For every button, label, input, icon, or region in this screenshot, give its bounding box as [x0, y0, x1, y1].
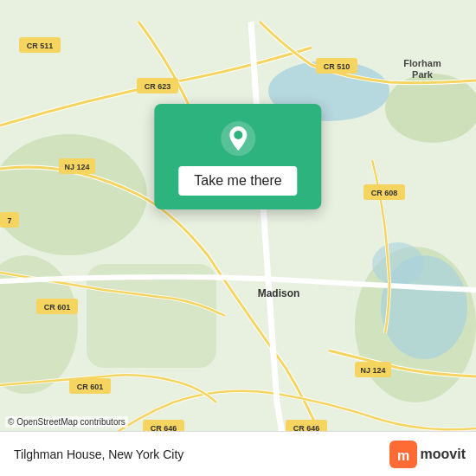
- moovit-logo-icon: m: [389, 441, 417, 468]
- svg-text:Madison: Madison: [258, 287, 300, 299]
- svg-text:m: m: [396, 448, 408, 463]
- map-copyright: © OpenStreetMap contributors: [5, 416, 128, 428]
- bottom-bar: Tilghman House, New York City m moovit: [0, 431, 476, 476]
- svg-text:CR 511: CR 511: [27, 42, 54, 50]
- svg-text:CR 601: CR 601: [44, 303, 71, 312]
- svg-text:CR 601: CR 601: [77, 383, 104, 391]
- svg-text:Park: Park: [412, 69, 434, 80]
- location-pin-icon: [219, 119, 257, 158]
- svg-text:CR 608: CR 608: [371, 189, 398, 197]
- svg-text:NJ 124: NJ 124: [360, 366, 385, 375]
- moovit-text: moovit: [421, 447, 466, 462]
- take-me-there-button[interactable]: Take me there: [178, 166, 297, 196]
- map-svg: CR 511 CR 623 CR 510 NJ 124 CR 608 CR 60…: [0, 0, 476, 476]
- svg-text:CR 623: CR 623: [145, 82, 171, 91]
- moovit-logo: m moovit: [389, 441, 466, 468]
- svg-text:Florham: Florham: [403, 58, 441, 68]
- svg-text:7: 7: [7, 216, 11, 225]
- location-card: Take me there: [154, 104, 321, 209]
- svg-point-35: [234, 131, 242, 139]
- map-container: CR 511 CR 623 CR 510 NJ 124 CR 608 CR 60…: [0, 0, 476, 476]
- svg-text:NJ 124: NJ 124: [64, 163, 89, 171]
- place-name: Tilghman House, New York City: [14, 447, 389, 461]
- svg-text:CR 510: CR 510: [324, 62, 351, 71]
- svg-point-8: [372, 242, 424, 286]
